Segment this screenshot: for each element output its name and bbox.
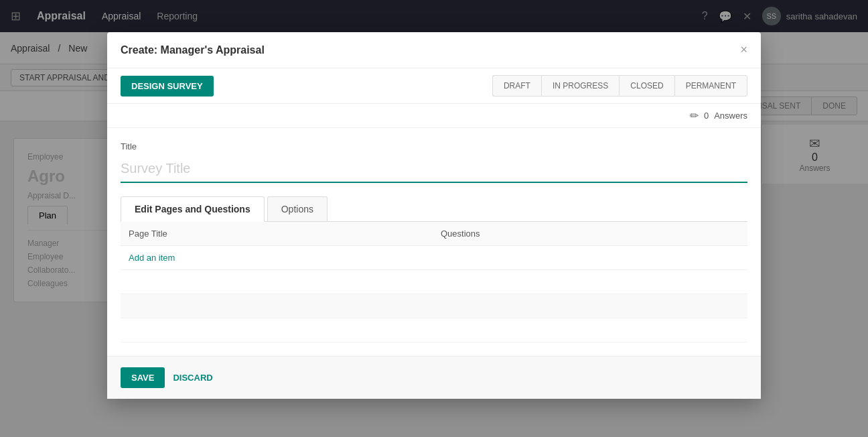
answers-edit-icon: ✏: [690, 109, 699, 122]
title-field-label: Title: [121, 141, 747, 151]
table-body: Add an item: [121, 246, 747, 342]
modal-body: Title Edit Pages and Questions Options P…: [107, 128, 761, 356]
stage-draft[interactable]: DRAFT: [492, 75, 541, 97]
modal-discard-button[interactable]: DISCARD: [173, 373, 212, 383]
tab-options[interactable]: Options: [267, 196, 328, 221]
survey-title-input[interactable]: [121, 155, 747, 183]
table-row-empty-2: [121, 294, 747, 318]
modal-close-button[interactable]: ×: [740, 43, 747, 57]
table-row-empty-3: [121, 318, 747, 342]
status-stages: DRAFT IN PROGRESS CLOSED PERMANENT: [492, 75, 747, 97]
design-survey-button[interactable]: DESIGN SURVEY: [121, 76, 214, 97]
add-item-link[interactable]: Add an item: [129, 253, 175, 263]
modal-answers-count: 0: [704, 111, 709, 121]
modal-tabs: Edit Pages and Questions Options: [121, 196, 747, 222]
col-questions: Questions: [433, 222, 747, 246]
col-page-title: Page Title: [121, 222, 433, 246]
stage-permanent[interactable]: PERMANENT: [674, 75, 747, 97]
create-survey-modal: Create: Manager's Appraisal × DESIGN SUR…: [107, 32, 761, 399]
survey-status-bar: DESIGN SURVEY DRAFT IN PROGRESS CLOSED P…: [107, 68, 761, 104]
modal-save-button[interactable]: SAVE: [121, 367, 165, 388]
tab-edit-pages[interactable]: Edit Pages and Questions: [121, 196, 265, 222]
stage-in-progress[interactable]: IN PROGRESS: [541, 75, 619, 97]
modal-footer: SAVE DISCARD: [107, 356, 761, 399]
table-row-empty-1: [121, 270, 747, 294]
modal-header: Create: Manager's Appraisal ×: [107, 32, 761, 68]
pages-table: Page Title Questions Add an item: [121, 222, 747, 342]
table-row-add: Add an item: [121, 246, 747, 270]
table-header: Page Title Questions: [121, 222, 747, 246]
stage-closed[interactable]: CLOSED: [619, 75, 674, 97]
modal-title: Create: Manager's Appraisal: [121, 44, 265, 56]
modal-answers-bar: ✏ 0 Answers: [107, 104, 761, 128]
modal-answers-label: Answers: [714, 111, 747, 121]
